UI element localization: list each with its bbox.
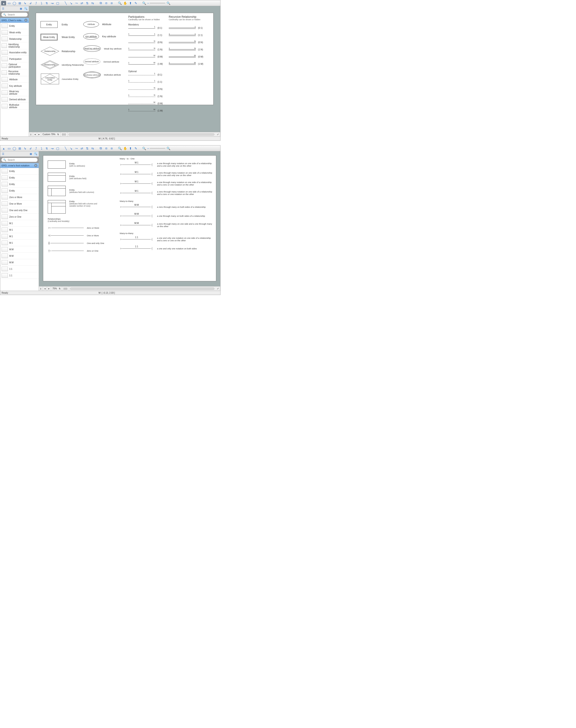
crowfoot-line[interactable]: >| — [48, 233, 84, 238]
line-6[interactable]: ⇆ — [90, 146, 95, 151]
entity-noattr[interactable] — [48, 160, 66, 169]
lib-item[interactable]: Entity — [0, 181, 39, 187]
shape-multi-attr[interactable]: Multivalue attribute — [83, 71, 101, 78]
hand-tool[interactable]: ✋ — [123, 1, 127, 5]
library-header-2[interactable]: ERD, crow's foot notation × — [0, 163, 39, 168]
zoom-in-icon[interactable]: 🔍 — [166, 146, 171, 151]
lib-item[interactable]: Relationship — [0, 36, 29, 42]
participation-line[interactable]: 1M — [128, 109, 155, 112]
participation-line[interactable]: 1M — [169, 62, 196, 65]
connector-6[interactable]: ↝ — [50, 146, 55, 151]
participation-line[interactable]: 1 — [128, 73, 155, 76]
nav-next[interactable]: ▸ — [47, 286, 51, 291]
crowfoot-line[interactable]: ╫ — [48, 241, 84, 245]
lib-item[interactable]: Weak key attribute — [0, 89, 29, 96]
corner-icon[interactable]: ⤢ — [215, 286, 220, 291]
lib-item[interactable]: Identifying relationship — [0, 42, 29, 49]
zoom-out-icon[interactable]: 🔍 — [142, 1, 146, 5]
shape-relationship[interactable]: Relationship — [40, 46, 59, 56]
shape-id-relationship[interactable]: Relationship — [40, 60, 59, 70]
lib-item[interactable]: M:1 — [0, 240, 39, 246]
hscroll[interactable] — [68, 133, 214, 135]
connector-4[interactable]: ⤵ — [39, 146, 44, 151]
shape-assoc-entity[interactable]: AssociativeEntity — [40, 73, 59, 85]
corner-icon[interactable]: ⤢ — [215, 132, 220, 136]
canvas-page[interactable]: Entity Entity Weak Entity Weak Entity Re… — [36, 13, 213, 105]
participation-line[interactable]: M — [128, 102, 155, 105]
participation-line[interactable]: 11 — [169, 33, 196, 36]
tree-icon[interactable]: ☰ — [1, 7, 5, 11]
crowfoot-line[interactable]: >┤M:1 — [120, 162, 153, 167]
entity-cols[interactable] — [48, 186, 66, 196]
lib-item[interactable]: Entity — [0, 187, 39, 194]
lib-item[interactable]: M:1 — [0, 226, 39, 233]
close-icon[interactable]: × — [34, 164, 37, 167]
text-tool[interactable]: ⊞ — [17, 146, 22, 151]
crowfoot-line[interactable]: >┤1:1 — [120, 237, 153, 241]
lib-item[interactable]: Participation — [0, 56, 29, 62]
lib-item[interactable]: Zero or One — [0, 214, 39, 220]
search-toggle-icon[interactable]: 🔍 — [34, 152, 38, 156]
close-icon[interactable]: × — [24, 19, 27, 22]
grid-view-icon[interactable]: ▦ — [19, 7, 23, 11]
participation-line[interactable]: M — [128, 55, 155, 58]
lib-item[interactable]: Key attribute — [0, 83, 29, 89]
zoom-slider[interactable] — [150, 3, 165, 4]
crowfoot-line[interactable]: >○ — [48, 225, 84, 230]
lib-item[interactable]: Zero or More — [0, 194, 39, 201]
zoom-in-icon[interactable]: 🔍 — [166, 1, 171, 5]
group-3[interactable]: ⧇ — [109, 1, 114, 5]
line-6[interactable]: ⇆ — [90, 1, 95, 5]
lib-item[interactable]: Entity — [0, 168, 39, 175]
participation-line[interactable]: 11 — [128, 33, 155, 36]
connector-5[interactable]: ↯ — [44, 146, 49, 151]
rect-tool[interactable]: ▭ — [6, 146, 11, 151]
line-4[interactable]: ⇄ — [80, 146, 84, 151]
shape-weak-key-attr[interactable]: Weak key attribute — [83, 46, 101, 52]
lib-item[interactable]: M:1 — [0, 233, 39, 240]
participation-line[interactable]: N — [128, 87, 155, 90]
crowfoot-line[interactable]: >┤M:1 — [120, 191, 153, 195]
shape-key-attr[interactable]: Key attribute — [83, 33, 99, 39]
shape-weak-entity[interactable]: Weak Entity — [40, 34, 58, 40]
lib-item[interactable]: Recursive relationship — [0, 69, 29, 76]
lib-item[interactable]: M:M — [0, 253, 39, 259]
group-3[interactable]: ⧇ — [109, 146, 114, 151]
lib-item[interactable]: M:M — [0, 259, 39, 266]
lib-item[interactable]: Entity — [0, 175, 39, 181]
pointer-tool[interactable]: ⬆ — [128, 1, 133, 5]
connector-3[interactable]: ⤴ — [33, 1, 38, 5]
connector-6[interactable]: ↝ — [50, 1, 55, 5]
shape-derived-attr[interactable]: Derived attribute — [83, 58, 100, 65]
group-2[interactable]: ⧈ — [104, 1, 109, 5]
line-4[interactable]: ⇄ — [80, 1, 84, 5]
connector-4[interactable]: ⤵ — [39, 1, 44, 5]
tree-icon[interactable]: ☰ — [1, 152, 5, 156]
rect-tool[interactable]: ▭ — [6, 1, 11, 5]
wand-tool[interactable]: ✎ — [134, 1, 138, 5]
line-2[interactable]: ↘ — [68, 146, 74, 151]
crowfoot-line[interactable]: >┤1:1 — [120, 246, 153, 251]
lib-item[interactable]: Optional participation — [0, 62, 29, 69]
line-2[interactable]: ↘ — [68, 1, 74, 5]
entity-attr[interactable] — [48, 173, 66, 182]
participation-line[interactable]: 1 — [128, 26, 155, 29]
participation-line[interactable]: 1N — [169, 48, 196, 51]
page-tool[interactable]: ▢ — [55, 146, 60, 151]
view-icons[interactable]: ▯▯▯ — [62, 286, 69, 291]
crowfoot-line[interactable]: >┤M:M — [120, 205, 153, 209]
text-tool[interactable]: ⊞ — [17, 1, 22, 5]
connector-5[interactable]: ↯ — [44, 1, 49, 5]
select-tool[interactable]: ▴ — [1, 146, 6, 151]
lib-item[interactable]: Weak entity — [0, 29, 29, 36]
connector-1[interactable]: ↳ — [23, 146, 28, 151]
crowfoot-line[interactable]: >┤M:M — [120, 223, 153, 227]
participation-line[interactable]: 1M — [128, 62, 155, 65]
ellipse-tool[interactable]: ◯ — [12, 1, 17, 5]
participation-line[interactable]: M — [169, 55, 196, 58]
page-tool[interactable]: ▢ — [55, 1, 60, 5]
crowfoot-line[interactable]: ┼○ — [48, 248, 84, 253]
lib-item[interactable]: M:M — [0, 246, 39, 253]
group-1[interactable]: ⧉ — [98, 1, 103, 5]
zoom-in-tool[interactable]: 🔍 — [117, 1, 122, 5]
